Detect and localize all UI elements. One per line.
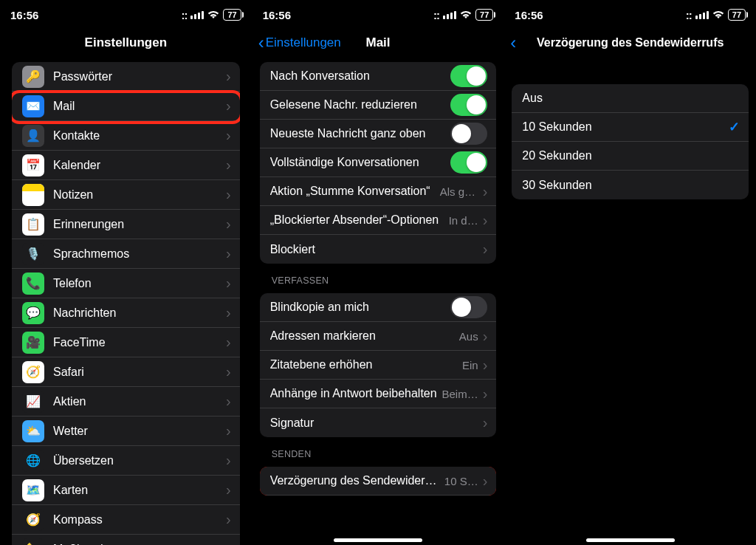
chevron-right-icon: › <box>226 452 231 469</box>
chevron-left-icon: ‹ <box>510 34 516 52</box>
chevron-right-icon: › <box>226 481 231 498</box>
status-bar: 16:56 :: 77 <box>252 0 504 27</box>
row-bcc-self[interactable]: Blindkopie an mich <box>260 293 497 322</box>
toggle[interactable] <box>450 151 487 174</box>
nav-header: ‹Einstellungen Mail <box>252 27 504 59</box>
chevron-right-icon: › <box>483 328 488 345</box>
nav-header: ‹ Verzögerung des Sendewiderrufs <box>504 27 756 59</box>
settings-row-maps[interactable]: 🗺️Karten› <box>12 476 240 505</box>
settings-row-compass[interactable]: 🧭Kompass› <box>12 505 240 535</box>
weather-icon: ⛅ <box>22 420 44 442</box>
cellular-signal-icon <box>695 11 709 19</box>
chevron-right-icon: › <box>483 212 488 229</box>
messages-icon: 💬 <box>22 302 44 324</box>
battery-icon: 77 <box>728 9 746 21</box>
chevron-left-icon: ‹ <box>258 34 264 52</box>
status-time: 16:56 <box>10 9 38 21</box>
row-undo-send-delay[interactable]: Verzögerung des Sendewiderrufs10 S…› <box>260 467 497 496</box>
page-title: Einstellungen <box>85 35 167 50</box>
measure-icon: 📏 <box>22 538 44 546</box>
status-bar: 16:56 :: 77 <box>0 0 252 27</box>
translate-icon: 🌐 <box>22 450 44 472</box>
row-collapse-read[interactable]: Gelesene Nachr. reduzieren <box>260 91 497 120</box>
row-thread-by-conversation[interactable]: Nach Konversation <box>260 62 497 91</box>
settings-row-messages[interactable]: 💬Nachrichten› <box>12 298 240 328</box>
back-button[interactable]: ‹ <box>510 34 516 52</box>
battery-icon: 77 <box>223 9 241 21</box>
settings-row-calendar[interactable]: 📅Kalender› <box>12 151 240 180</box>
row-complete-threads[interactable]: Vollständige Konversationen <box>260 148 497 177</box>
settings-row-translate[interactable]: 🌐Übersetzen› <box>12 446 240 476</box>
checkmark-icon: ✓ <box>729 119 740 135</box>
settings-row-contacts[interactable]: 👤Kontakte› <box>12 121 240 151</box>
toggle[interactable] <box>450 94 487 116</box>
wifi-icon <box>460 10 472 19</box>
home-indicator[interactable] <box>586 538 675 542</box>
group-header-compose: VERFASSEN <box>260 275 497 290</box>
chevron-right-icon: › <box>226 157 231 174</box>
settings-row-phone[interactable]: 📞Telefon› <box>12 269 240 298</box>
row-blocked-sender-options[interactable]: „Blockierter Absender“-OptionenIn d…› <box>260 206 497 235</box>
calendar-icon: 📅 <box>22 154 44 176</box>
chevron-right-icon: › <box>226 393 231 410</box>
row-newest-top[interactable]: Neueste Nachricht ganz oben <box>260 120 497 148</box>
chevron-right-icon: › <box>483 357 488 374</box>
chevron-right-icon: › <box>483 414 488 431</box>
row-increase-quote[interactable]: Zitatebene erhöhenEin› <box>260 351 497 380</box>
compass-icon: 🧭 <box>22 509 44 531</box>
chevron-right-icon: › <box>226 422 231 439</box>
option-10s[interactable]: 10 Sekunden✓ <box>512 113 749 142</box>
battery-icon: 77 <box>475 9 493 21</box>
chevron-right-icon: › <box>226 334 231 351</box>
chevron-right-icon: › <box>226 97 231 114</box>
chevron-right-icon: › <box>226 541 231 545</box>
toggle[interactable] <box>450 123 487 145</box>
row-signature[interactable]: Signatur› <box>260 408 497 437</box>
chevron-right-icon: › <box>226 304 231 321</box>
chevron-right-icon: › <box>226 275 231 292</box>
settings-row-facetime[interactable]: 🎥FaceTime› <box>12 328 240 357</box>
settings-row-reminders[interactable]: 📋Erinnerungen› <box>12 210 240 239</box>
settings-row-weather[interactable]: ⛅Wetter› <box>12 417 240 446</box>
stocks-icon: 📈 <box>22 391 44 413</box>
settings-row-mail[interactable]: ✉️Mail› <box>12 92 240 121</box>
nav-header: Einstellungen <box>0 27 252 59</box>
chevron-right-icon: › <box>226 68 231 85</box>
settings-row-voicememos[interactable]: 🎙️Sprachmemos› <box>12 239 240 269</box>
row-keep-attachments[interactable]: Anhänge in Antwort beibehaltenBeim…› <box>260 380 497 408</box>
option-off[interactable]: Aus <box>512 84 749 113</box>
settings-row-stocks[interactable]: 📈Aktien› <box>12 387 240 417</box>
settings-row-safari[interactable]: 🧭Safari› <box>12 357 240 387</box>
home-indicator[interactable] <box>334 538 422 542</box>
toggle[interactable] <box>450 65 487 87</box>
chevron-right-icon: › <box>226 216 231 233</box>
row-mark-addresses[interactable]: Adressen markierenAus› <box>260 322 497 351</box>
phone-icon: 📞 <box>22 272 44 295</box>
notes-icon <box>22 184 44 206</box>
back-button[interactable]: ‹Einstellungen <box>258 34 341 52</box>
chevron-right-icon: › <box>226 363 231 380</box>
chevron-right-icon: › <box>483 473 488 490</box>
cellular-signal-icon <box>190 11 204 19</box>
status-time: 16:56 <box>263 9 291 21</box>
maps-icon: 🗺️ <box>22 479 44 501</box>
wifi-icon <box>207 10 219 19</box>
chevron-right-icon: › <box>226 186 231 203</box>
settings-row-measure[interactable]: 📏Maßband› <box>12 535 240 545</box>
toggle[interactable] <box>450 296 487 318</box>
key-icon: 🔑 <box>22 66 44 88</box>
reminders-icon: 📋 <box>22 213 44 236</box>
settings-row-passwords[interactable]: 🔑Passwörter› <box>12 62 240 92</box>
row-blocked[interactable]: Blockiert› <box>260 235 497 264</box>
wifi-icon <box>712 10 724 19</box>
option-30s[interactable]: 30 Sekunden <box>512 171 749 199</box>
mail-icon: ✉️ <box>22 95 44 117</box>
chevron-right-icon: › <box>226 127 231 144</box>
page-title: Mail <box>365 35 390 50</box>
option-20s[interactable]: 20 Sekunden <box>512 142 749 171</box>
facetime-icon: 🎥 <box>22 332 44 354</box>
row-mute-action[interactable]: Aktion „Stumme Konversation“Als gel…› <box>260 177 497 206</box>
contacts-icon: 👤 <box>22 125 44 147</box>
settings-row-notes[interactable]: Notizen› <box>12 180 240 210</box>
safari-icon: 🧭 <box>22 361 44 383</box>
